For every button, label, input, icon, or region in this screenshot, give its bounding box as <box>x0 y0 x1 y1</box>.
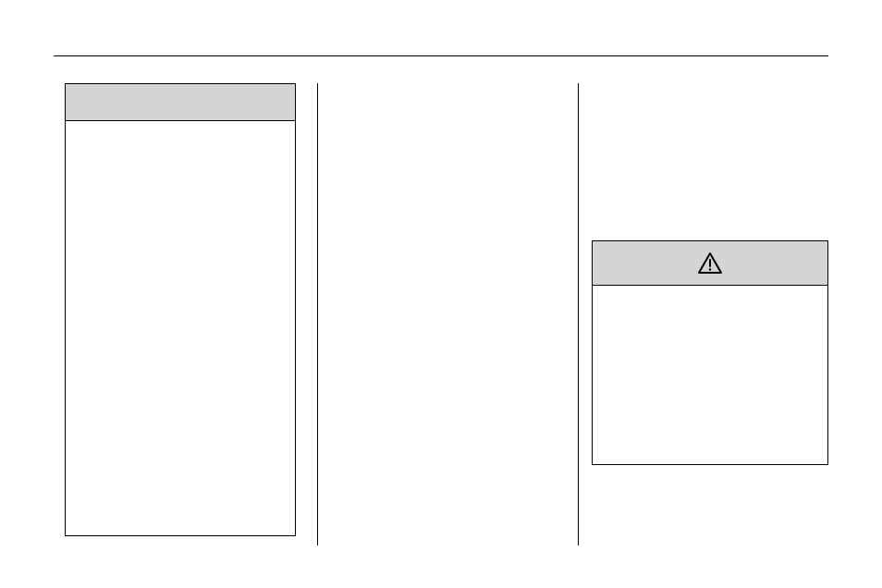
svg-point-2 <box>709 268 712 271</box>
callout-box-left-header <box>66 84 295 121</box>
callout-box-right <box>592 240 828 465</box>
column-divider-1 <box>317 83 318 545</box>
callout-box-left <box>65 83 296 536</box>
warning-icon <box>698 252 722 275</box>
document-page <box>0 0 882 588</box>
column-divider-2 <box>578 83 579 545</box>
callout-box-right-header <box>593 241 827 286</box>
horizontal-rule <box>54 55 828 56</box>
